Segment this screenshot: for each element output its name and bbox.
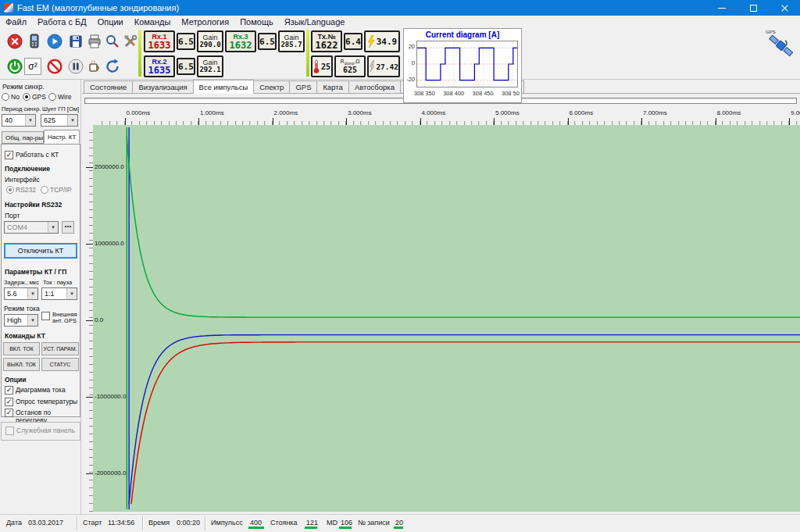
voltage-value: 27.42: [376, 62, 398, 71]
plot-area[interactable]: 2000000.01000000.00.0-1000000.0-2000000.…: [93, 125, 800, 512]
checkbox-box: [5, 151, 13, 159]
ratio-combo[interactable]: 1:1: [41, 287, 77, 300]
temperature-poll-checkbox[interactable]: Опрос температуры: [5, 398, 77, 406]
tab-spectrum[interactable]: Спектр: [253, 80, 290, 93]
start-button[interactable]: [45, 31, 64, 52]
external-antenna-checkbox[interactable]: Внешняя ант. GPS: [41, 312, 79, 325]
work-with-kt-checkbox[interactable]: Работать с КТ: [5, 151, 59, 159]
status-start-label: Старт: [83, 519, 102, 527]
sync-wire-radio[interactable]: Wire: [48, 93, 71, 101]
shunt-combo[interactable]: 625: [41, 114, 78, 127]
maximize-button[interactable]: [738, 0, 769, 16]
radio-label: No: [11, 93, 20, 101]
menu-file[interactable]: Файл: [0, 17, 32, 27]
radio-label: RS232: [16, 186, 36, 194]
x-major-tick: [198, 118, 199, 125]
tools-button[interactable]: [120, 31, 140, 52]
current-on-button[interactable]: ВКЛ. ТОК: [3, 342, 40, 355]
chevron-down-icon[interactable]: [25, 115, 35, 126]
status-date-label: Дата: [6, 519, 22, 527]
delay-combo[interactable]: 5.6: [4, 287, 38, 300]
x-axis-label: 2.000ms: [274, 109, 298, 116]
sigma-button[interactable]: σ²: [24, 56, 44, 77]
checkbox-box: [5, 427, 14, 435]
sync-no-radio[interactable]: No: [2, 93, 20, 101]
tab-gps[interactable]: GPS: [289, 80, 317, 93]
port-combo[interactable]: COM4: [4, 221, 59, 234]
disable-button[interactable]: [45, 56, 64, 77]
status-button[interactable]: СТАТУС: [41, 358, 79, 371]
x-major-tick: [420, 118, 421, 125]
current-x-label: 308 400: [443, 90, 464, 97]
interface-label: Интерфейс: [5, 176, 40, 184]
tab-autoassembly[interactable]: Автосборка: [348, 80, 401, 93]
status-bar: Дата 03.03.2017 Старт 11:34:56 Время 0:0…: [0, 514, 800, 532]
cup-button[interactable]: [84, 56, 104, 77]
menu-language[interactable]: Язык/Language: [279, 17, 351, 27]
sync-period-label: Период синхр.: [2, 105, 41, 112]
current-mode-combo[interactable]: High: [4, 314, 38, 327]
tab-general-params[interactable]: Общ. пар-ры: [2, 131, 44, 144]
rx2-aux-value: 6.5: [178, 62, 194, 71]
kt-params-title: Параметры КТ / ГП: [5, 268, 66, 276]
x-major-tick: [273, 118, 273, 125]
sync-gps-radio[interactable]: GPS: [23, 93, 46, 101]
current-diagram-checkbox[interactable]: Диаграмма тока: [5, 386, 66, 395]
chevron-down-icon[interactable]: [48, 222, 58, 233]
chevron-down-icon[interactable]: [27, 288, 38, 299]
minimize-button[interactable]: [706, 0, 738, 16]
status-separator: [77, 516, 77, 530]
rdump-display: Rdump,Ω 625: [334, 55, 366, 77]
menu-options[interactable]: Опции: [92, 17, 129, 27]
tab-kt-settings[interactable]: Настр. КТ: [44, 130, 80, 144]
close-button[interactable]: [769, 0, 800, 16]
power-button[interactable]: [5, 56, 24, 77]
x-major-tick: [346, 118, 347, 125]
rs232-settings-title: Настройки RS232: [5, 201, 62, 209]
pause-button[interactable]: [66, 56, 85, 77]
menu-commands[interactable]: Команды: [129, 17, 177, 27]
rx3-value: 1632: [230, 41, 252, 50]
menu-help[interactable]: Помощь: [234, 17, 279, 27]
menu-database[interactable]: Работа с БД: [32, 17, 92, 27]
connection-title: Подключение: [5, 165, 50, 173]
stop-button[interactable]: [5, 31, 24, 52]
menu-metrology[interactable]: Метрология: [176, 17, 234, 27]
disconnect-kt-button[interactable]: Отключить КТ: [4, 243, 77, 259]
chevron-down-icon[interactable]: [27, 315, 38, 326]
chevron-down-icon[interactable]: [66, 288, 77, 299]
set-params-button[interactable]: УСТ. ПАРАМ.: [41, 342, 79, 355]
status-md-label: MD: [327, 519, 338, 527]
play-icon: [46, 33, 63, 50]
current-off-button[interactable]: ВЫКЛ. ТОК: [3, 358, 40, 371]
tab-visualization[interactable]: Визуализация: [132, 80, 193, 93]
print-button[interactable]: [84, 31, 104, 52]
kt-commands-title: Команды КТ: [5, 332, 45, 340]
tab-map[interactable]: Карта: [316, 80, 348, 93]
port-settings-button[interactable]: [62, 221, 74, 234]
tx-aux-value: 6.4: [345, 37, 361, 46]
device-button[interactable]: [24, 31, 44, 52]
tx-value: 1622: [316, 41, 338, 50]
y-axis-label: -1000000.0: [95, 393, 126, 400]
save-button[interactable]: [66, 31, 85, 52]
status-separator: [142, 516, 143, 530]
title-bar: Fast EM (малоглубинные зондирования): [0, 0, 800, 16]
rs232-radio[interactable]: RS232: [6, 186, 36, 194]
save-icon: [67, 33, 84, 50]
current-diagram-title: Current diagram [A]: [404, 30, 521, 40]
combo-value: High: [7, 316, 22, 324]
sync-period-combo[interactable]: 40: [2, 114, 36, 127]
chevron-down-icon[interactable]: [67, 115, 77, 126]
status-pulse-label: Импульсс: [211, 519, 243, 527]
gps-status: GPS: [766, 30, 797, 61]
service-panel-checkbox[interactable]: Служебная панель: [5, 427, 75, 435]
tab-all-pulses[interactable]: Все импульсы: [193, 80, 255, 94]
gps-label: GPS: [766, 30, 776, 34]
toolbar-separator: [306, 30, 309, 77]
search-button[interactable]: [102, 31, 122, 52]
refresh-button[interactable]: [102, 56, 122, 77]
tcpip-radio[interactable]: TCP/IP: [41, 186, 71, 194]
tab-status[interactable]: Состояние: [84, 80, 133, 93]
current-diagram-panel: Current diagram [A] 200-20308 350308 400…: [403, 28, 522, 103]
